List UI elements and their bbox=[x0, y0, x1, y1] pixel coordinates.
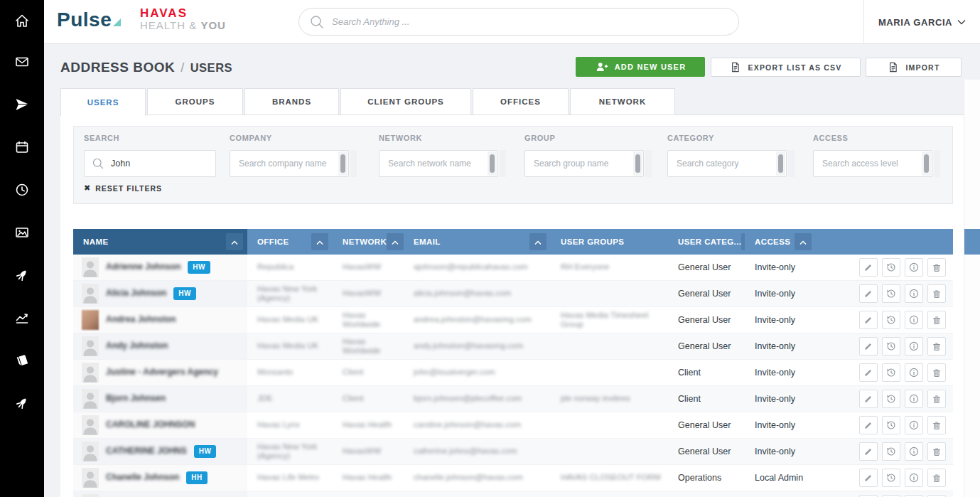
edit-button[interactable] bbox=[859, 337, 878, 356]
filter-company-combo[interactable]: Search company name bbox=[230, 150, 349, 177]
filter-network: NETWORKSearch network name bbox=[379, 127, 498, 154]
combo-scrollbar-thumb[interactable] bbox=[340, 154, 345, 173]
history-button[interactable] bbox=[882, 390, 900, 408]
table-row[interactable]: CATHERINE JOHNS HW Havas New York (Agenc… bbox=[73, 439, 953, 465]
tab-client-groups[interactable]: CLIENT GROUPS bbox=[340, 88, 471, 115]
history-button[interactable] bbox=[882, 337, 900, 356]
sort-button[interactable] bbox=[529, 233, 546, 250]
filter-search-box[interactable] bbox=[84, 150, 216, 177]
filter-network-combo[interactable]: Search network name bbox=[379, 150, 498, 177]
delete-button[interactable] bbox=[927, 311, 946, 329]
delete-button[interactable] bbox=[927, 442, 946, 461]
table-row[interactable]: Chanelle Johnson HH Havas Life Metro Hav… bbox=[73, 465, 953, 491]
delete-button[interactable] bbox=[927, 469, 946, 487]
info-button[interactable] bbox=[905, 284, 923, 303]
table-row[interactable] bbox=[73, 491, 953, 497]
delete-button[interactable] bbox=[927, 284, 946, 303]
info-button[interactable] bbox=[905, 416, 923, 434]
edit-button[interactable] bbox=[859, 416, 878, 434]
edit-button[interactable] bbox=[859, 390, 878, 408]
havas-logo-line1: HAVAS bbox=[140, 7, 226, 20]
access-cell: Invite-only bbox=[745, 386, 816, 412]
avatar bbox=[82, 442, 99, 461]
history-button[interactable] bbox=[882, 284, 900, 303]
delete-button[interactable] bbox=[927, 258, 946, 277]
history-button[interactable] bbox=[882, 442, 900, 461]
delete-button[interactable] bbox=[927, 337, 946, 356]
sort-button[interactable] bbox=[226, 233, 243, 250]
edit-button[interactable] bbox=[859, 442, 878, 461]
delete-button[interactable] bbox=[927, 416, 946, 434]
table-row[interactable]: CAROLINE JOHNSON Havas Lynx Havas Health… bbox=[73, 412, 953, 439]
global-search[interactable] bbox=[298, 8, 739, 36]
info-button[interactable] bbox=[905, 469, 923, 487]
combo-scrollbar-thumb[interactable] bbox=[490, 154, 495, 173]
table-row[interactable]: Bjorn Johnsen JDE Client bjorn.johnsen@j… bbox=[73, 386, 953, 412]
pulse-logo[interactable]: Pulse bbox=[57, 9, 121, 31]
edit-button[interactable] bbox=[859, 284, 878, 303]
sidebar-item-clock[interactable] bbox=[0, 176, 44, 207]
info-button[interactable] bbox=[905, 337, 923, 356]
edit-button[interactable] bbox=[859, 363, 878, 382]
table-row[interactable]: Justine - Advergers Agency Monsanto Clie… bbox=[73, 360, 953, 386]
import-button[interactable]: IMPORT bbox=[866, 58, 962, 77]
pulse-logo-triangle-icon bbox=[113, 18, 121, 26]
tab-groups[interactable]: GROUPS bbox=[147, 88, 243, 115]
history-button[interactable] bbox=[882, 363, 900, 382]
user-menu[interactable]: MARIA GARCIA bbox=[863, 0, 980, 44]
global-search-input[interactable] bbox=[332, 16, 738, 27]
users-table: NAMEOFFICENETWORKEMAILUSER GROUPSUSER CA… bbox=[73, 229, 953, 497]
table-row[interactable]: Adrienne Johnson HW Republica HavasWW aj… bbox=[73, 255, 953, 281]
sidebar-item-home[interactable] bbox=[0, 6, 44, 38]
sort-button[interactable] bbox=[387, 233, 404, 250]
add-new-user-button[interactable]: ADD NEW USER bbox=[576, 57, 705, 77]
info-button[interactable] bbox=[905, 258, 923, 277]
filter-panel: SEARCH COMPANYSearch company name NETWOR… bbox=[73, 126, 953, 204]
filter-category-combo[interactable]: Search category bbox=[667, 150, 787, 177]
sidebar-item-calendar[interactable] bbox=[0, 133, 44, 164]
edit-button[interactable] bbox=[859, 469, 878, 487]
delete-button[interactable] bbox=[927, 363, 946, 382]
image-icon bbox=[14, 225, 30, 243]
sidebar-item-launch[interactable] bbox=[0, 261, 44, 292]
table-row[interactable]: Andrea Johnston Havas Media UK Havas Wor… bbox=[73, 307, 953, 333]
sidebar-item-analytics[interactable] bbox=[0, 304, 44, 335]
filter-search-input[interactable] bbox=[111, 159, 196, 169]
info-button[interactable] bbox=[905, 363, 923, 382]
history-button[interactable] bbox=[882, 469, 900, 487]
sidebar-item-media[interactable] bbox=[0, 218, 44, 250]
sidebar-item-send[interactable] bbox=[0, 90, 44, 122]
info-button[interactable] bbox=[905, 311, 923, 329]
table-row[interactable]: Andy Johnston Havas Media UK Havas World… bbox=[73, 333, 953, 360]
info-button[interactable] bbox=[905, 442, 923, 461]
table-row[interactable]: Alicia Johnson HW Havas New York (Agency… bbox=[73, 281, 953, 307]
info-button[interactable] bbox=[905, 390, 923, 408]
sort-button[interactable] bbox=[795, 233, 812, 250]
reset-filters-button[interactable]: ✖ RESET FILTERS bbox=[84, 183, 162, 193]
combo-scrollbar-thumb[interactable] bbox=[635, 154, 640, 173]
sidebar-item-library[interactable] bbox=[0, 346, 44, 378]
rocket-icon bbox=[14, 267, 30, 286]
edit-button[interactable] bbox=[859, 311, 878, 329]
filter-group-combo[interactable]: Search group name bbox=[524, 150, 644, 177]
tab-users[interactable]: USERS bbox=[60, 88, 146, 116]
chevron-up-icon bbox=[534, 237, 542, 247]
sort-button[interactable] bbox=[311, 233, 328, 250]
history-button[interactable] bbox=[882, 258, 900, 277]
tab-offices[interactable]: OFFICES bbox=[473, 88, 569, 115]
tab-network[interactable]: NETWORK bbox=[570, 88, 675, 115]
export-csv-button[interactable]: EXPORT LIST AS CSV bbox=[711, 58, 861, 77]
combo-scrollbar-thumb[interactable] bbox=[924, 154, 929, 173]
office-cell: Republica bbox=[247, 255, 333, 280]
tab-brands[interactable]: BRANDS bbox=[244, 88, 339, 115]
history-button[interactable] bbox=[882, 311, 900, 329]
access-cell: Invite-only bbox=[745, 360, 816, 385]
combo-scrollbar-thumb[interactable] bbox=[778, 154, 783, 173]
edit-button[interactable] bbox=[859, 258, 878, 277]
sidebar-item-mail[interactable] bbox=[0, 48, 44, 79]
page-scrollbar[interactable] bbox=[964, 80, 980, 497]
delete-button[interactable] bbox=[927, 390, 946, 408]
filter-access-combo[interactable]: Search access level bbox=[813, 150, 932, 177]
history-button[interactable] bbox=[882, 416, 900, 434]
sidebar-item-boost[interactable] bbox=[0, 389, 44, 420]
